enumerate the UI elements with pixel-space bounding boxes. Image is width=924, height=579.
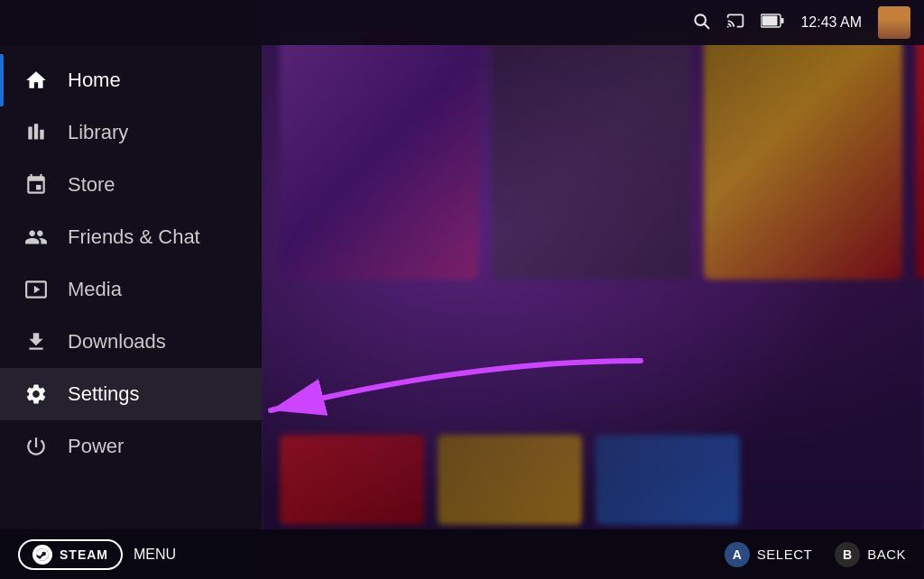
controller-buttons: A SELECT B BACK [725, 542, 906, 567]
media-label: Media [68, 278, 122, 301]
sidebar-item-friends[interactable]: Friends & Chat [0, 211, 262, 263]
bg-game-card-1 [280, 27, 478, 280]
friends-icon [23, 224, 50, 251]
store-label: Store [68, 173, 116, 197]
svg-rect-5 [781, 18, 784, 23]
media-icon [23, 276, 50, 303]
clock-display: 12:43 AM [800, 14, 862, 31]
sidebar-item-downloads[interactable]: Downloads [0, 316, 262, 368]
background-game-cards [280, 27, 924, 280]
sidebar-item-store[interactable]: Store [0, 159, 262, 211]
b-button[interactable]: B [835, 542, 860, 567]
background-bottom-cards [280, 435, 924, 525]
library-icon [23, 119, 50, 146]
menu-label-text: MENU [134, 547, 176, 563]
battery-icon [761, 13, 784, 33]
library-label: Library [68, 121, 128, 144]
main-content-area [262, 0, 924, 579]
svg-line-1 [705, 23, 709, 28]
bg-game-card-3 [704, 27, 902, 280]
power-label: Power [68, 435, 124, 458]
a-button-label: A [733, 547, 742, 562]
settings-icon [23, 381, 50, 408]
a-button-group: A SELECT [725, 542, 812, 567]
search-icon[interactable] [692, 12, 710, 34]
sidebar-item-library[interactable]: Library [0, 106, 262, 159]
power-icon [23, 433, 50, 460]
nav-menu: Home Library Store Friends & Chat [0, 45, 262, 579]
avatar-image [878, 6, 910, 39]
bg-game-card-2 [492, 27, 690, 280]
avatar[interactable] [878, 6, 910, 39]
sidebar-item-media[interactable]: Media [0, 263, 262, 316]
steam-button[interactable]: STEAM [18, 539, 123, 570]
bg-bottom-card-1 [280, 435, 424, 525]
store-icon [23, 171, 50, 198]
downloads-label: Downloads [68, 330, 166, 354]
sidebar-item-settings[interactable]: Settings [0, 368, 262, 420]
friends-label: Friends & Chat [68, 225, 200, 249]
bg-bottom-card-3 [596, 435, 740, 525]
svg-rect-4 [762, 15, 778, 25]
b-button-group: B BACK [835, 542, 906, 567]
bg-bottom-card-2 [438, 435, 582, 525]
back-label: BACK [867, 547, 906, 562]
bg-game-card-4 [916, 27, 924, 280]
settings-label: Settings [68, 382, 140, 406]
home-icon [23, 67, 50, 94]
sidebar: Home Library Store Friends & Chat [0, 0, 262, 579]
sidebar-item-power[interactable]: Power [0, 420, 262, 473]
sidebar-item-home[interactable]: Home [0, 54, 262, 106]
cast-icon[interactable] [726, 12, 744, 34]
a-button[interactable]: A [725, 542, 750, 567]
b-button-label: B [843, 547, 852, 562]
downloads-icon [23, 328, 50, 355]
bottom-bar: STEAM MENU A SELECT B BACK [0, 529, 924, 579]
steam-logo-icon [32, 545, 52, 565]
home-label: Home [68, 69, 121, 92]
header-bar: 12:43 AM [0, 0, 924, 45]
select-label: SELECT [757, 547, 812, 562]
steam-label-text: STEAM [60, 547, 108, 562]
